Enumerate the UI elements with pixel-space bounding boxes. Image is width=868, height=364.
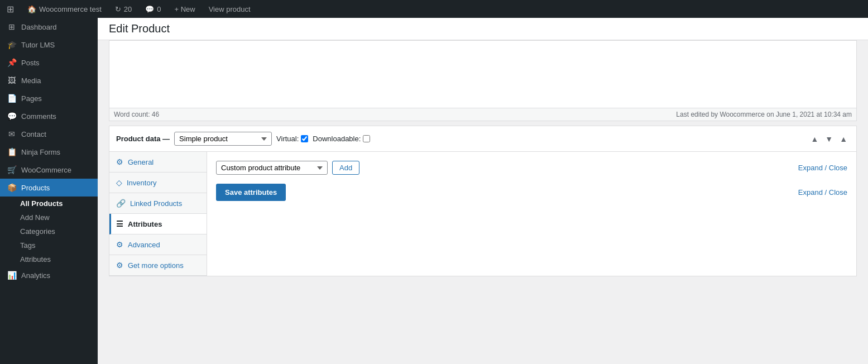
save-attributes-button[interactable]: Save attributes <box>216 184 286 201</box>
sidebar-item-woocommerce[interactable]: 🛒 WooCommerce <box>0 161 98 179</box>
sidebar-label-media: Media <box>21 76 41 85</box>
tab-advanced[interactable]: ⚙ Advanced <box>109 234 207 255</box>
woocommerce-icon: 🛒 <box>7 165 17 174</box>
main-content: Edit Product Word count: 46 Last edited … <box>98 18 868 364</box>
expand-close-bottom[interactable]: Expand / Close <box>798 188 847 197</box>
sidebar-label-contact: Contact <box>21 130 46 138</box>
new-item[interactable]: + New <box>172 0 197 18</box>
wp-icon: ⊞ <box>7 4 14 15</box>
view-product[interactable]: View product <box>207 0 253 18</box>
downloadable-label: Downloadable: <box>313 135 370 143</box>
sidebar-item-dashboard[interactable]: ⊞ Dashboard <box>0 18 98 36</box>
sidebar-sub-all-products[interactable]: All Products <box>0 197 98 210</box>
posts-icon: 📌 <box>7 58 17 67</box>
last-edited: Last edited by Woocommerce on June 1, 20… <box>676 111 852 118</box>
attributes-panel: Custom product attribute Add Expand / Cl… <box>207 152 856 276</box>
wp-logo[interactable]: ⊞ <box>4 0 16 18</box>
inventory-tab-icon: ◇ <box>116 178 122 187</box>
advanced-tab-icon: ⚙ <box>116 240 123 249</box>
sidebar-label-posts: Posts <box>21 59 40 67</box>
header-arrows: ▲ ▼ ▲ <box>808 133 850 145</box>
pages-icon: 📄 <box>7 94 17 103</box>
get-more-tab-icon: ⚙ <box>116 261 123 270</box>
sidebar-sub-tags[interactable]: Tags <box>0 238 98 252</box>
tab-get-more-options[interactable]: ⚙ Get more options <box>109 255 207 276</box>
tab-linked-products[interactable]: 🔗 Linked Products <box>109 193 207 214</box>
home-icon: 🏠 <box>27 5 36 13</box>
expand-close-top[interactable]: Expand / Close <box>798 164 847 172</box>
attribute-type-select[interactable]: Custom product attribute <box>216 161 328 175</box>
product-type-select[interactable]: Simple product Variable product Grouped … <box>174 132 272 146</box>
products-icon: 📦 <box>7 183 17 192</box>
general-tab-icon: ⚙ <box>116 157 123 166</box>
analytics-icon: 📊 <box>7 271 17 280</box>
sidebar-label-comments: Comments <box>21 112 56 121</box>
sidebar-label-tutor-lms: Tutor LMS <box>21 41 55 49</box>
sidebar: ⊞ Dashboard 🎓 Tutor LMS 📌 Posts 🖼 Media … <box>0 18 98 364</box>
product-data-body: ⚙ General ◇ Inventory 🔗 Linked Products <box>109 152 856 276</box>
sidebar-label-woocommerce: WooCommerce <box>21 166 71 174</box>
sidebar-label-products: Products <box>21 184 50 192</box>
sidebar-label-analytics: Analytics <box>21 271 50 280</box>
sidebar-sub-add-new[interactable]: Add New <box>0 210 98 224</box>
sidebar-item-ninja-forms[interactable]: 📋 Ninja Forms <box>0 143 98 161</box>
product-data-box: Product data — Simple product Variable p… <box>109 126 857 276</box>
word-count: Word count: 46 <box>114 111 159 118</box>
tab-general[interactable]: ⚙ General <box>109 152 207 173</box>
updates[interactable]: ↻ 20 <box>113 0 134 18</box>
page-title: Edit Product <box>98 18 868 40</box>
downloadable-checkbox[interactable] <box>363 135 370 142</box>
expand-button[interactable]: ▲ <box>837 133 850 145</box>
sidebar-item-tutor-lms[interactable]: 🎓 Tutor LMS <box>0 36 98 54</box>
product-data-header: Product data — Simple product Variable p… <box>109 126 856 152</box>
comments[interactable]: 💬 0 <box>143 0 163 18</box>
admin-bar: ⊞ 🏠 Woocommerce test ↻ 20 💬 0 + New View… <box>0 0 868 18</box>
editor-area: Word count: 46 Last edited by Woocommerc… <box>109 40 857 121</box>
collapse-up-button[interactable]: ▲ <box>808 133 821 145</box>
sidebar-sub-attributes[interactable]: Attributes <box>0 252 98 266</box>
updates-icon: ↻ <box>115 5 121 13</box>
tab-inventory[interactable]: ◇ Inventory <box>109 173 207 193</box>
linked-products-tab-icon: 🔗 <box>116 199 126 208</box>
virtual-checkbox[interactable] <box>301 135 308 142</box>
sidebar-item-posts[interactable]: 📌 Posts <box>0 54 98 71</box>
tutor-lms-icon: 🎓 <box>7 40 17 49</box>
contact-icon: ✉ <box>7 130 17 138</box>
sidebar-label-pages: Pages <box>21 94 42 103</box>
product-data-label: Product data — <box>116 135 170 143</box>
sidebar-label-dashboard: Dashboard <box>21 23 57 31</box>
attributes-tab-icon: ☰ <box>116 219 123 228</box>
comments-nav-icon: 💬 <box>7 112 17 121</box>
sidebar-sub-categories[interactable]: Categories <box>0 224 98 238</box>
sidebar-item-media[interactable]: 🖼 Media <box>0 71 98 89</box>
editor-body[interactable] <box>109 41 856 108</box>
tab-attributes[interactable]: ☰ Attributes <box>109 214 207 234</box>
sidebar-label-ninja-forms: Ninja Forms <box>21 148 60 156</box>
sidebar-item-contact[interactable]: ✉ Contact <box>0 125 98 143</box>
sidebar-item-comments[interactable]: 💬 Comments <box>0 107 98 125</box>
site-name[interactable]: 🏠 Woocommerce test <box>25 0 104 18</box>
comments-icon: 💬 <box>145 5 154 13</box>
editor-footer: Word count: 46 Last edited by Woocommerc… <box>109 108 856 121</box>
add-attribute-button[interactable]: Add <box>332 161 359 175</box>
dashboard-icon: ⊞ <box>7 22 17 31</box>
attributes-add-row: Custom product attribute Add Expand / Cl… <box>216 161 847 175</box>
media-icon: 🖼 <box>7 76 17 85</box>
product-tabs: ⚙ General ◇ Inventory 🔗 Linked Products <box>109 152 207 276</box>
sidebar-item-pages[interactable]: 📄 Pages <box>0 89 98 107</box>
save-attributes-row: Save attributes Expand / Close <box>216 184 847 201</box>
collapse-down-button[interactable]: ▼ <box>823 133 835 145</box>
sidebar-item-products[interactable]: 📦 Products <box>0 179 98 197</box>
sidebar-item-analytics[interactable]: 📊 Analytics <box>0 266 98 284</box>
ninja-forms-icon: 📋 <box>7 147 17 156</box>
virtual-label: Virtual: <box>276 135 308 143</box>
